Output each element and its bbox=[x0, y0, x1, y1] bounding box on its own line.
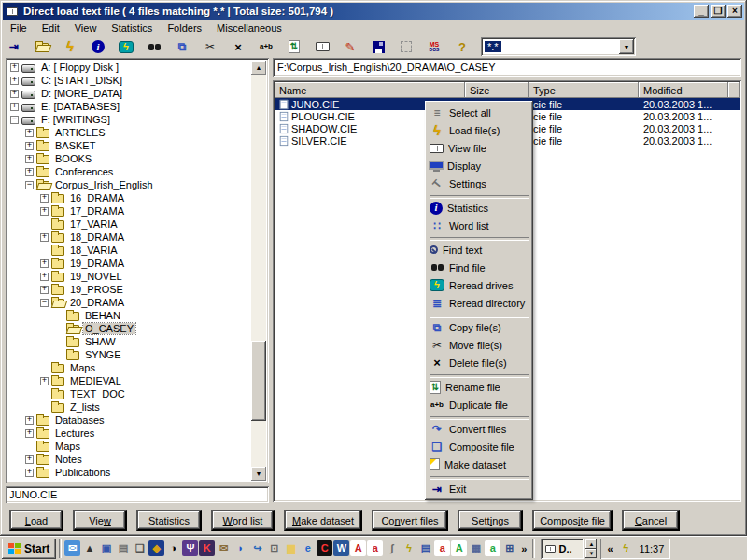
tray-tool-icon[interactable]: ϟ bbox=[618, 540, 634, 556]
tool-marquee-icon[interactable] bbox=[397, 37, 416, 56]
expand-icon[interactable]: + bbox=[25, 416, 34, 425]
tool-reread-drives-icon[interactable]: ϟ bbox=[117, 37, 135, 56]
tool-exit-tool-icon[interactable]: ⇥ bbox=[5, 37, 23, 56]
tree-item-17-varia[interactable]: 17_VARIA bbox=[8, 217, 251, 231]
tool-duplicate-icon[interactable]: a+b bbox=[257, 37, 275, 56]
context-menu-item-reread-drives[interactable]: ϟReread drives bbox=[428, 276, 530, 294]
tree-item-o-casey[interactable]: ~O_CASEY bbox=[8, 322, 251, 335]
tree-item-books[interactable]: +BOOKS bbox=[8, 152, 251, 165]
statistics-button[interactable]: Statistics bbox=[136, 510, 202, 531]
tool-load-files-icon[interactable]: ϟ bbox=[61, 37, 79, 56]
context-menu-item-copy-file-s[interactable]: ⧉Copy file(s) bbox=[428, 318, 530, 336]
expand-icon[interactable]: + bbox=[25, 155, 34, 163]
context-menu-item-composite-file[interactable]: ❏Composite file bbox=[428, 438, 530, 455]
tree-item-e-databases[interactable]: +E: [DATABASES] bbox=[8, 100, 251, 113]
menu-miscellaneous[interactable]: Miscellaneous bbox=[209, 21, 289, 35]
quicklaunch-stylus-icon[interactable]: ϟ bbox=[401, 540, 416, 556]
quicklaunch-search-doc-icon[interactable]: ❑ bbox=[132, 540, 148, 556]
column-header-size[interactable]: Size bbox=[465, 82, 529, 98]
combobox-dropdown-icon[interactable]: ▼ bbox=[619, 39, 634, 54]
tree-item-shaw[interactable]: SHAW bbox=[8, 335, 251, 348]
context-menu-item-word-list[interactable]: ∷Word list bbox=[428, 217, 530, 234]
expand-icon[interactable]: + bbox=[25, 469, 34, 477]
tree-item-text-doc[interactable]: TEXT_DOC bbox=[8, 387, 251, 400]
quicklaunch-blue-disc-icon[interactable]: ◗ bbox=[233, 540, 248, 556]
tree-item-conferences[interactable]: +Conferences bbox=[8, 165, 251, 178]
context-menu-item-find-text[interactable]: Find text bbox=[428, 241, 530, 259]
quicklaunch-doc-a-red2-icon[interactable]: a bbox=[367, 540, 383, 556]
quicklaunch-picture-icon[interactable]: ⊡ bbox=[266, 540, 282, 556]
collapse-icon[interactable]: − bbox=[10, 116, 19, 124]
quicklaunch-wrench-icon[interactable]: ∫ bbox=[384, 540, 400, 556]
expand-icon[interactable]: + bbox=[25, 168, 34, 176]
tool-delete-icon[interactable]: × bbox=[229, 37, 247, 56]
tool-statistics-icon[interactable]: i bbox=[89, 37, 107, 56]
close-button[interactable]: × bbox=[727, 5, 742, 18]
tool-open-folder-icon[interactable] bbox=[33, 37, 51, 56]
tree-item-f-writings[interactable]: −F: [WRITINGS] bbox=[8, 113, 251, 126]
menu-statistics[interactable]: Statistics bbox=[104, 21, 160, 35]
context-menu-item-load-file-s[interactable]: ϟLoad file(s) bbox=[428, 121, 530, 139]
tree-item-18-varia[interactable]: 18_VARIA bbox=[8, 244, 251, 257]
context-menu-item-rename-file[interactable]: ⇅Rename file bbox=[428, 378, 530, 396]
quicklaunch-doc-a-red3-icon[interactable]: a bbox=[434, 540, 450, 556]
quicklaunch-k-app-icon[interactable]: K bbox=[199, 540, 215, 556]
context-menu-item-select-all[interactable]: ≡Select all bbox=[428, 104, 530, 121]
context-menu-item-view-file[interactable]: View file bbox=[428, 139, 530, 157]
tool-find-file-icon[interactable] bbox=[145, 37, 163, 56]
settings-button[interactable]: Settings bbox=[458, 510, 523, 531]
filter-combobox[interactable]: *.*▼ bbox=[481, 37, 636, 56]
start-button[interactable]: Start bbox=[2, 539, 56, 559]
context-menu-item-duplicate-file[interactable]: a+bDuplicate file bbox=[428, 396, 530, 413]
tray-chevron[interactable]: « bbox=[607, 543, 613, 554]
cancel-button[interactable]: Cancel bbox=[622, 510, 680, 531]
tree-item-synge[interactable]: SYNGE bbox=[8, 348, 251, 361]
minimize-button[interactable]: _ bbox=[694, 5, 709, 18]
quicklaunch-c10-icon[interactable]: C bbox=[317, 540, 332, 556]
context-menu-item-display[interactable]: Display bbox=[428, 157, 530, 175]
quicklaunch-psi-app-icon[interactable]: Ψ bbox=[182, 540, 198, 556]
quicklaunch-notepad-icon[interactable]: ▤ bbox=[417, 540, 433, 556]
restore-button[interactable]: ❐ bbox=[711, 5, 726, 18]
context-menu-item-move-file-s[interactable]: ✂Move file(s) bbox=[428, 336, 530, 354]
spinner-down-icon[interactable]: ▼ bbox=[585, 549, 597, 558]
expand-icon[interactable]: + bbox=[25, 429, 34, 438]
tree-item-behan[interactable]: BEHAN bbox=[8, 309, 251, 322]
tree-item-articles[interactable]: +ARTICLES bbox=[8, 126, 251, 139]
scrollbar-thumb[interactable] bbox=[251, 341, 266, 421]
column-header-name[interactable]: Name bbox=[275, 82, 465, 98]
taskbar-spinner[interactable]: ▲ ▼ bbox=[585, 539, 597, 558]
scroll-down-icon[interactable]: ▼ bbox=[251, 467, 266, 481]
menu-file[interactable]: File bbox=[3, 21, 35, 35]
expand-icon[interactable]: + bbox=[10, 90, 19, 98]
tool-help-icon[interactable]: ? bbox=[453, 37, 472, 56]
quicklaunch-envelope-icon[interactable]: ✉ bbox=[216, 540, 232, 556]
load-button[interactable]: Load bbox=[9, 510, 63, 531]
tool-copy-icon[interactable]: ⧉ bbox=[173, 37, 191, 56]
quicklaunch-mail-icon[interactable]: ✉ bbox=[64, 540, 80, 556]
quicklaunch-word-icon[interactable]: W bbox=[333, 540, 349, 556]
tree-item-publications[interactable]: +Publications bbox=[8, 466, 251, 479]
tree-item-19-drama[interactable]: +19_DRAMA bbox=[8, 257, 251, 270]
expand-icon[interactable]: + bbox=[25, 129, 34, 137]
tree-item-17-drama[interactable]: +17_DRAMA bbox=[8, 204, 251, 217]
quicklaunch-table-icon[interactable]: ▦ bbox=[468, 540, 484, 556]
word-list-button[interactable]: Word list bbox=[211, 510, 275, 531]
title-bar[interactable]: Direct load text file ( 4 files matching… bbox=[3, 3, 744, 20]
context-menu-item-find-file[interactable]: Find file bbox=[428, 259, 530, 276]
tree-item-a-floppy-disk[interactable]: +A: [ Floppy Disk ] bbox=[8, 61, 251, 74]
view-button[interactable]: View bbox=[73, 510, 127, 531]
expand-icon[interactable]: + bbox=[10, 103, 19, 111]
quicklaunch-ie-icon[interactable]: e bbox=[300, 540, 316, 556]
tool-view-file-icon[interactable] bbox=[313, 37, 331, 56]
expand-icon[interactable]: + bbox=[40, 194, 49, 203]
scroll-up-icon[interactable]: ▲ bbox=[251, 61, 266, 75]
tree-scrollbar[interactable]: ▲ ▼ bbox=[251, 61, 266, 481]
tree-item-z-lists[interactable]: Z_lists bbox=[8, 400, 251, 413]
expand-icon[interactable]: + bbox=[25, 455, 34, 464]
tool-cut-icon[interactable]: ✂ bbox=[201, 37, 219, 56]
tool-rename-icon[interactable]: ⇅ bbox=[285, 37, 303, 56]
quicklaunch-doc-a-green2-icon[interactable]: a bbox=[485, 540, 500, 556]
tree-item-maps[interactable]: Maps bbox=[8, 361, 251, 374]
expand-icon[interactable]: + bbox=[40, 273, 49, 281]
